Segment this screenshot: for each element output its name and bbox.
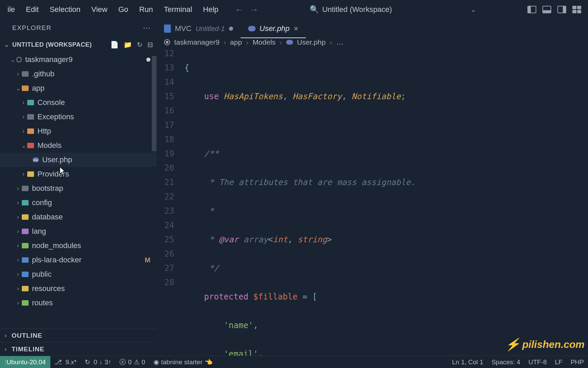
menu-file[interactable]: ile: [3, 3, 20, 16]
folder-icon: [22, 229, 29, 234]
chevron-down-icon: ⌄: [20, 142, 27, 149]
tabnine-status[interactable]: ◉ tabnine starter 👈: [149, 358, 217, 366]
tree-label: database: [32, 213, 63, 221]
tree-label: node_modules: [32, 241, 81, 250]
workspace-title: Untitled (Workspace): [322, 5, 392, 14]
menu-terminal[interactable]: Terminal: [159, 3, 197, 16]
eol[interactable]: LF: [551, 358, 567, 366]
new-file-icon[interactable]: 📄: [110, 41, 119, 49]
collapse-icon[interactable]: ⊟: [147, 41, 153, 49]
git-branch[interactable]: 9.x*: [50, 358, 81, 366]
tree-item[interactable]: ›Exceptions: [0, 110, 157, 124]
tab-subtitle: Untitled-1: [196, 25, 225, 33]
chevron-down-icon: ⌄: [9, 57, 16, 63]
tree-item[interactable]: ›Providers: [0, 167, 157, 181]
editor-area: MVC Untitled-1 User.php × taskmanager9 ›…: [157, 19, 588, 356]
remote-indicator[interactable]: : Ubuntu-20.04: [0, 356, 50, 368]
explorer-more-icon[interactable]: ⋯: [143, 24, 151, 32]
tree-item[interactable]: ›bootstrap: [0, 181, 157, 196]
sidebar-explorer: EXPLORER ⋯ ⌄ UNTITLED (WORKSPACE) 📄 📁 ↻ …: [0, 19, 157, 356]
tree-item[interactable]: ›Http: [0, 124, 157, 138]
tree-item[interactable]: ›.github: [0, 67, 157, 81]
line-number: 14: [157, 75, 174, 89]
tree-item[interactable]: ›routes: [0, 296, 157, 310]
php-icon: [286, 40, 293, 45]
breadcrumb[interactable]: taskmanager9 › app › Models › User.php ›…: [157, 38, 588, 46]
timeline-section[interactable]: › TIMELINE: [0, 342, 157, 356]
bc-file[interactable]: User.php: [297, 38, 326, 46]
git-sync[interactable]: 0↓ 3↑: [81, 358, 115, 366]
new-folder-icon[interactable]: 📁: [124, 41, 132, 49]
line-number: 22: [157, 189, 174, 204]
refresh-icon[interactable]: ↻: [137, 41, 143, 49]
line-number: 25: [157, 232, 174, 247]
tree-root[interactable]: ⌄ taskmanager9: [0, 52, 157, 67]
workspace-header[interactable]: ⌄ UNTITLED (WORKSPACE) 📄 📁 ↻ ⊟: [0, 37, 157, 52]
tree-item[interactable]: ›database: [0, 210, 157, 224]
cursor-position[interactable]: Ln 1, Col 1: [448, 358, 488, 366]
bc-root[interactable]: taskmanager9: [174, 38, 219, 46]
php-icon: php: [33, 157, 39, 162]
chevron-right-icon: ›: [330, 38, 332, 46]
folder-icon: [22, 300, 29, 306]
tree-item[interactable]: ⌄app: [0, 81, 157, 95]
tab-name: User.php: [260, 24, 290, 33]
chevron-down-icon[interactable]: ⌄: [470, 5, 476, 14]
tab-mvc[interactable]: MVC Untitled-1: [157, 19, 241, 38]
menu-selection[interactable]: Selection: [45, 3, 85, 16]
customize-layout-icon[interactable]: [572, 6, 581, 13]
code-content[interactable]: { use HasApiTokens, HasFactory, Notifiab…: [182, 46, 588, 356]
toggle-panel-icon[interactable]: [542, 6, 551, 13]
toggle-sidebar-icon[interactable]: [527, 6, 536, 13]
menu-view[interactable]: View: [86, 3, 112, 16]
bc-models[interactable]: Models: [252, 38, 276, 46]
tree-label: taskmanager9: [25, 55, 72, 64]
tree-item[interactable]: ›public: [0, 267, 157, 281]
tree-item[interactable]: phpUser.php: [0, 153, 157, 167]
bc-app[interactable]: app: [230, 38, 242, 46]
tree-item[interactable]: ›node_modules: [0, 239, 157, 253]
folder-icon: [27, 171, 34, 177]
command-center[interactable]: 🔍 Untitled (Workspace) ⌄: [260, 5, 526, 14]
indent[interactable]: Spaces: 4: [487, 358, 524, 366]
folder-icon: [22, 71, 29, 77]
chevron-right-icon: ›: [14, 71, 22, 77]
nav-back-icon[interactable]: ←: [235, 4, 244, 15]
folder-icon: [27, 143, 34, 148]
close-icon[interactable]: ×: [294, 24, 298, 33]
encoding[interactable]: UTF-8: [524, 358, 551, 366]
menu-go[interactable]: Go: [114, 3, 133, 16]
editor-tabs: MVC Untitled-1 User.php ×: [157, 19, 588, 38]
code-editor[interactable]: 1213141516171819202122232425262728 { use…: [157, 46, 588, 356]
chevron-right-icon: ›: [20, 99, 27, 106]
scrollbar-thumb[interactable]: [152, 56, 157, 151]
tree-item[interactable]: ›resources: [0, 281, 157, 296]
bc-more[interactable]: …: [336, 38, 343, 46]
tree-label: Exceptions: [37, 112, 74, 121]
tree-item[interactable]: ›pls-lara-dockerM: [0, 253, 157, 267]
toggle-secondary-icon[interactable]: [557, 6, 566, 13]
line-number: 27: [157, 261, 174, 275]
tree-item[interactable]: ›config: [0, 196, 157, 210]
nav-forward-icon[interactable]: →: [250, 4, 259, 15]
menu-edit[interactable]: Edit: [21, 3, 44, 16]
tree-item[interactable]: ⌄Models: [0, 138, 157, 153]
php-icon: [248, 26, 256, 31]
chevron-right-icon: ›: [20, 128, 27, 134]
problems[interactable]: ⓧ 0 ⚠ 0: [115, 358, 149, 367]
tree-item[interactable]: ›lang: [0, 224, 157, 239]
menu-help[interactable]: Help: [198, 3, 223, 16]
menu-run[interactable]: Run: [134, 3, 158, 16]
remote-name: Ubuntu-20.04: [6, 358, 46, 366]
tab-user-php[interactable]: User.php ×: [241, 19, 306, 38]
tree-label: User.php: [42, 155, 72, 164]
line-number: 20: [157, 161, 174, 175]
outline-section[interactable]: › OUTLINE: [0, 328, 157, 342]
folder-icon: [27, 100, 34, 105]
line-number: 23: [157, 204, 174, 218]
tree-item[interactable]: ›Console: [0, 95, 157, 110]
language-mode[interactable]: PHP: [567, 358, 588, 366]
modified-indicator: M: [145, 256, 150, 264]
dirty-dot-icon: [229, 27, 233, 31]
line-number: 12: [157, 46, 174, 61]
